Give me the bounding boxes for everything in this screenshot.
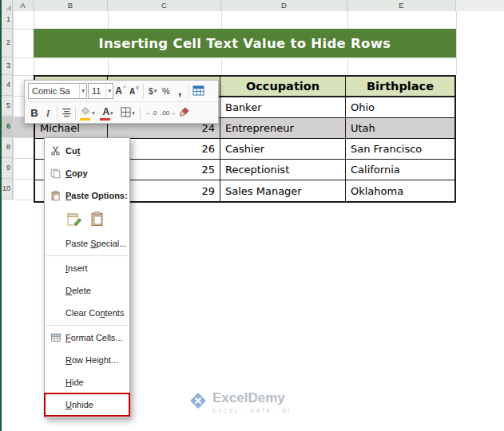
exceldemy-watermark: ExcelDemy EXCEL · DATA · BI: [189, 391, 292, 413]
format-cells-icon: [50, 332, 62, 344]
gridline: [13, 11, 14, 200]
table-cell[interactable]: Ohio: [346, 97, 454, 118]
row-header-3[interactable]: 3: [2, 57, 13, 75]
toolbar-separator: [189, 84, 189, 98]
menu-item-paste-special[interactable]: Paste Special...: [45, 232, 129, 255]
column-header-a[interactable]: A: [13, 0, 34, 11]
gridline: [13, 179, 34, 180]
table-cell[interactable]: Oklahoma: [346, 180, 454, 201]
table-cell[interactable]: San Francisco: [346, 139, 454, 160]
menu-item-paste-options[interactable]: Paste Options:: [45, 184, 129, 207]
menu-item-label: Paste Options:: [65, 191, 128, 200]
center-align-button[interactable]: [60, 105, 73, 121]
table-cell[interactable]: California: [346, 160, 454, 180]
menu-item-label: Hide: [65, 378, 84, 387]
menu-item-unhide[interactable]: Unhide: [45, 393, 129, 416]
toolbar-separator: [140, 106, 141, 121]
font-size-value: 11: [92, 86, 101, 96]
row-header-8[interactable]: 8: [2, 137, 13, 158]
chevron-down-icon[interactable]: ▾: [79, 84, 85, 98]
column-header-e[interactable]: E: [347, 0, 456, 11]
menu-item-cut[interactable]: Cut: [45, 140, 129, 162]
percent-icon: %: [162, 86, 170, 96]
row-header-2[interactable]: 2: [2, 29, 13, 57]
fill-color-button[interactable]: ▾: [78, 105, 97, 121]
grow-font-button[interactable]: A^: [114, 83, 127, 100]
table-cell[interactable]: Receptionist: [220, 160, 346, 180]
table-cell[interactable]: Sales Manager: [220, 180, 346, 201]
comma-icon: ,: [178, 89, 181, 93]
table-cell[interactable]: Banker: [220, 97, 346, 118]
table-cell[interactable]: Entrepreneur: [220, 118, 346, 139]
italic-letter: I: [46, 107, 50, 120]
toolbar-separator: [143, 84, 144, 98]
row-header-5[interactable]: 5: [2, 96, 13, 117]
italic-button[interactable]: I: [42, 105, 54, 121]
menu-item-copy[interactable]: Copy: [45, 162, 129, 184]
bold-button[interactable]: B: [28, 105, 41, 121]
gridline: [13, 75, 34, 76]
menu-item-hide[interactable]: Hide: [45, 371, 129, 393]
table-cell[interactable]: Utah: [346, 118, 454, 139]
clipboard-icon: [50, 190, 62, 202]
menu-item-label: Copy: [65, 168, 88, 178]
paste-values-button[interactable]: [89, 211, 106, 228]
format-as-table-button[interactable]: [192, 83, 205, 100]
gridline: [13, 200, 34, 200]
grow-font-letter: A: [115, 85, 122, 97]
copy-icon: [50, 168, 62, 180]
context-menu: Cut Copy Paste Options: Paste Special...…: [44, 137, 130, 418]
menu-item-format-cells[interactable]: Format Cells...: [45, 326, 129, 349]
bold-letter: B: [30, 107, 38, 119]
grow-font-caret-icon: ^: [123, 84, 126, 91]
watermark-tagline: EXCEL · DATA · BI: [212, 408, 292, 413]
row-header-10[interactable]: 10: [2, 179, 13, 200]
paste-keep-formatting-button[interactable]: [65, 211, 83, 228]
shrink-font-caret-icon: v: [136, 84, 139, 91]
shrink-font-letter: A: [129, 87, 135, 96]
menu-item-label: Unhide: [65, 400, 93, 409]
menu-separator: [46, 255, 129, 256]
row-header-6-selected[interactable]: 6: [2, 117, 13, 137]
format-painter-button[interactable]: [177, 105, 190, 121]
menu-item-clear-contents[interactable]: Clear Contents: [45, 302, 129, 324]
menu-item-delete[interactable]: Delete: [45, 279, 129, 302]
menu-item-row-height[interactable]: Row Height...: [45, 349, 129, 371]
table-cell[interactable]: Cashier: [220, 139, 346, 160]
menu-item-label: Delete: [65, 286, 91, 295]
select-all-corner[interactable]: [2, 0, 13, 11]
percent-style-button[interactable]: %: [160, 83, 173, 100]
gridline: [456, 11, 457, 75]
gridline: [13, 158, 34, 159]
row-header-9[interactable]: 9: [2, 158, 13, 179]
increase-decimal-button[interactable]: ←.0: [143, 105, 159, 121]
accounting-format-button[interactable]: $▾: [146, 83, 159, 100]
menu-separator: [46, 325, 129, 326]
shrink-font-button[interactable]: Av: [128, 83, 141, 100]
title-banner-cell[interactable]: Inserting Cell Text Value to Hide Rows: [34, 29, 456, 57]
fill-color-bar: [80, 118, 90, 121]
font-color-button[interactable]: A ▾: [98, 105, 117, 121]
excel-window: A B C D E 1 2 3 4 5 6 8 9 10 Inserting C…: [0, 0, 504, 431]
menu-item-label: Format Cells...: [65, 333, 123, 342]
chevron-down-icon[interactable]: ▾: [105, 84, 111, 98]
row-header-1[interactable]: 1: [2, 11, 13, 29]
decrease-decimal-button[interactable]: .00→: [160, 105, 177, 121]
menu-item-label: Row Height...: [65, 355, 118, 365]
borders-button[interactable]: ▾: [118, 105, 137, 121]
column-header-b[interactable]: B: [34, 0, 108, 11]
row-header-4[interactable]: 4: [2, 75, 13, 96]
exceldemy-logo-icon: [189, 391, 208, 413]
chevron-down-icon: ▾: [154, 88, 157, 94]
table-header-cell-occupation[interactable]: Occupation: [220, 77, 346, 97]
column-header-d[interactable]: D: [221, 0, 347, 11]
font-name-select[interactable]: Comic Sa ▾: [28, 83, 87, 99]
menu-item-insert[interactable]: Insert: [45, 257, 129, 279]
gridline: [13, 137, 34, 138]
table-header-cell-birthplace[interactable]: Birthplace: [346, 77, 454, 97]
font-name-value: Comic Sa: [32, 86, 70, 96]
column-header-c[interactable]: C: [108, 0, 221, 11]
font-size-select[interactable]: 11 ▾: [88, 83, 113, 99]
comma-style-button[interactable]: ,: [173, 83, 186, 100]
fill-bucket-icon: [81, 107, 91, 117]
